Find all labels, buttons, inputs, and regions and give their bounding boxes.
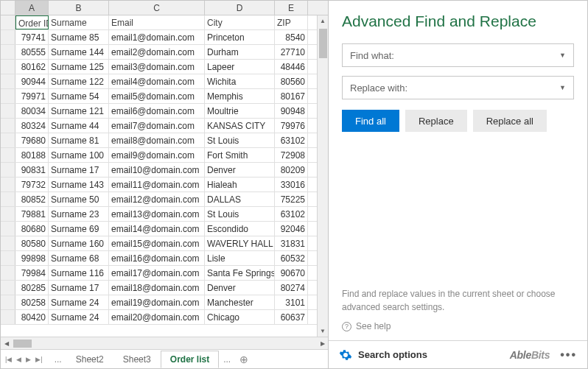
cell[interactable]: Surname 160 [49, 236, 109, 250]
find-all-button[interactable]: Find all [342, 110, 399, 132]
cell[interactable]: 80324 [15, 119, 49, 133]
cell[interactable]: Surname 100 [49, 148, 109, 162]
cell[interactable]: 79984 [15, 266, 49, 280]
cell[interactable]: email7@domain.com [109, 119, 205, 133]
cell[interactable]: Chicago [205, 310, 275, 324]
more-icon[interactable]: ••• [560, 348, 577, 362]
tab-first-icon[interactable]: |◀ [4, 356, 13, 363]
cell[interactable]: Surname 24 [49, 295, 109, 309]
horizontal-scrollbar[interactable]: ◀ ▶ [1, 337, 328, 349]
cell[interactable]: Surname 44 [49, 119, 109, 133]
cell[interactable]: email4@domain.com [109, 74, 205, 88]
cell[interactable]: 79971 [15, 89, 49, 103]
scroll-right-icon[interactable]: ▶ [317, 340, 328, 347]
cell[interactable]: Surname 17 [49, 281, 109, 295]
cell[interactable]: Lapeer [205, 60, 275, 74]
cell[interactable]: Surname 54 [49, 89, 109, 103]
vertical-scrollbar[interactable]: ▲ ▼ [317, 15, 328, 337]
cell[interactable]: 90944 [15, 74, 49, 88]
cell[interactable]: 63102 [275, 207, 308, 221]
cell[interactable]: 80034 [15, 104, 49, 118]
cell[interactable]: email18@domain.com [109, 281, 205, 295]
tab-prev-icon[interactable]: ◀ [15, 356, 23, 363]
header-cell[interactable]: Order ID [15, 15, 49, 29]
cell[interactable]: Lisle [205, 251, 275, 265]
tab-last-icon[interactable]: ▶| [34, 356, 43, 363]
cell[interactable]: email15@domain.com [109, 236, 205, 250]
cell[interactable]: Surname 24 [49, 310, 109, 324]
cell[interactable]: 80274 [275, 281, 308, 295]
cell[interactable]: DALLAS [205, 192, 275, 206]
cell[interactable]: 33016 [275, 178, 308, 191]
cell[interactable]: email14@domain.com [109, 222, 205, 236]
col-header-B[interactable]: B [49, 1, 109, 15]
cell[interactable]: Moultrie [205, 104, 275, 118]
cell[interactable]: 90670 [275, 266, 308, 280]
search-options-button[interactable]: Search options [358, 349, 427, 360]
cell[interactable]: 75225 [275, 192, 308, 206]
cell[interactable]: St Louis [205, 133, 275, 147]
cell[interactable]: Surname 125 [49, 60, 109, 74]
cell[interactable]: 79741 [15, 30, 49, 44]
cell[interactable]: email9@domain.com [109, 148, 205, 162]
help-link[interactable]: ? See help [342, 321, 574, 331]
cell[interactable]: Denver [205, 163, 275, 177]
cell[interactable]: Santa Fe Springs [205, 266, 275, 280]
cell[interactable]: Surname 122 [49, 74, 109, 88]
cell[interactable]: 80680 [15, 222, 49, 236]
cell[interactable]: Wichita [205, 74, 275, 88]
cell[interactable]: Surname 68 [49, 251, 109, 265]
cell[interactable]: email12@domain.com [109, 192, 205, 206]
tab-overflow-left[interactable]: ... [55, 354, 62, 365]
cell[interactable]: 72908 [275, 148, 308, 162]
cell[interactable]: Surname 81 [49, 133, 109, 147]
cell[interactable]: 80258 [15, 295, 49, 309]
cell[interactable]: Denver [205, 281, 275, 295]
cell[interactable]: email11@domain.com [109, 178, 205, 191]
scroll-down-icon[interactable]: ▼ [318, 326, 328, 337]
scroll-thumb[interactable] [319, 29, 327, 58]
header-cell[interactable]: City [205, 15, 275, 29]
cell[interactable]: Manchester [205, 295, 275, 309]
find-what-input[interactable]: Find what: ▼ [342, 43, 574, 67]
cell[interactable]: 63102 [275, 133, 308, 147]
cell[interactable]: 8540 [275, 30, 308, 44]
cell[interactable]: 60637 [275, 310, 308, 324]
cell[interactable]: 79732 [15, 178, 49, 191]
chevron-down-icon[interactable]: ▼ [559, 84, 566, 91]
header-cell[interactable]: Surname [49, 15, 109, 29]
cell[interactable]: 90948 [275, 104, 308, 118]
tab-next-icon[interactable]: ▶ [24, 356, 32, 363]
hscroll-track[interactable] [12, 337, 317, 349]
cell[interactable]: 80188 [15, 148, 49, 162]
scroll-left-icon[interactable]: ◀ [1, 340, 12, 347]
hscroll-thumb[interactable] [13, 340, 32, 348]
cell[interactable]: 90831 [15, 163, 49, 177]
col-header-A[interactable]: A [15, 1, 49, 15]
header-cell[interactable]: Email [109, 15, 205, 29]
cell[interactable]: 27710 [275, 45, 308, 59]
cell[interactable]: 80167 [275, 89, 308, 103]
cell[interactable]: 80209 [275, 163, 308, 177]
col-header-D[interactable]: D [205, 1, 275, 15]
cell[interactable]: 79976 [275, 119, 308, 133]
tab-sheet2[interactable]: Sheet2 [66, 351, 113, 368]
cell[interactable]: Memphis [205, 89, 275, 103]
cell[interactable]: email8@domain.com [109, 133, 205, 147]
cell[interactable]: 60532 [275, 251, 308, 265]
cell[interactable]: 80285 [15, 281, 49, 295]
cell[interactable]: WAVERLY HALL [205, 236, 275, 250]
header-cell[interactable]: ZIP [275, 15, 308, 29]
cell[interactable]: email3@domain.com [109, 60, 205, 74]
cell[interactable]: Surname 143 [49, 178, 109, 191]
cell[interactable]: email16@domain.com [109, 251, 205, 265]
cell[interactable]: 79680 [15, 133, 49, 147]
cell[interactable]: email13@domain.com [109, 207, 205, 221]
cell[interactable]: Surname 23 [49, 207, 109, 221]
cell[interactable]: email19@domain.com [109, 295, 205, 309]
cell[interactable]: St Louis [205, 207, 275, 221]
cell[interactable]: 80560 [275, 74, 308, 88]
cell[interactable]: 80420 [15, 310, 49, 324]
replace-button[interactable]: Replace [405, 110, 467, 132]
cell[interactable]: 31831 [275, 236, 308, 250]
